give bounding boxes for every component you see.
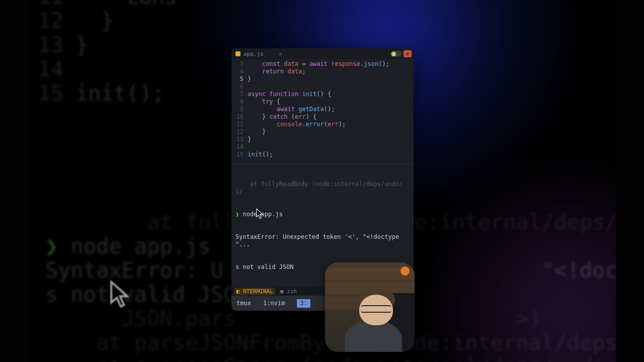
letterbox-right [616, 0, 644, 362]
tmux-window-active[interactable]: 3: [297, 299, 310, 308]
line-number: 4 [233, 68, 248, 75]
code-line[interactable]: 9 await getData(); [233, 106, 410, 113]
code-line[interactable]: 5} [233, 75, 410, 83]
presenter-webcam [325, 262, 415, 352]
line-number: 6 [233, 83, 248, 90]
line-number: 10 [233, 113, 248, 121]
editor-tabbar: app.js × × [231, 48, 414, 59]
code-line[interactable]: 10 } catch (err) { [233, 113, 410, 121]
mode-indicator: ◧ NTERMINAL [234, 288, 275, 295]
prompt-icon: ❯ [235, 211, 239, 218]
code-line[interactable]: 12 } [233, 128, 410, 136]
code-line[interactable]: 15init(); [233, 151, 410, 158]
code-line[interactable]: 8 try { [233, 98, 410, 106]
error-line: SyntaxError: Unexpected token '<', "<!do… [235, 233, 410, 248]
code-editor[interactable]: 3 const data = await response.json();4 r… [231, 59, 414, 161]
code-line[interactable]: 7async function init() { [233, 90, 410, 98]
line-number: 7 [233, 90, 248, 98]
code-line[interactable]: 3 const data = await response.json(); [233, 60, 410, 68]
bg-mouse-cursor-icon [110, 280, 129, 310]
bg-editor-echo: 11 cons12 }13}1415init(); [30, 0, 177, 106]
code-line[interactable]: 13} [233, 136, 410, 143]
code-line[interactable]: 6 [233, 83, 410, 90]
tab-close-icon[interactable]: × [279, 51, 282, 57]
tmux-session-name[interactable]: tmux [236, 300, 251, 307]
line-number: 8 [233, 98, 248, 106]
code-line[interactable]: 14 [233, 143, 410, 151]
window-toggle[interactable] [390, 51, 401, 57]
line-number: 15 [233, 151, 248, 158]
line-number: 13 [233, 136, 248, 143]
tmux-window-1[interactable]: 1:nvim [263, 300, 285, 307]
shell-indicator: ▣ zsh [278, 288, 299, 295]
line-number: 9 [233, 106, 248, 113]
webcam-badge-icon [400, 266, 410, 276]
line-number: 5 [233, 75, 248, 83]
code-line[interactable]: 11 console.error(err); [233, 121, 410, 128]
line-number: 12 [233, 128, 248, 136]
code-line[interactable]: 4 return data; [233, 68, 410, 75]
letterbox-left [0, 0, 28, 362]
line-number: 11 [233, 121, 248, 128]
file-js-icon [235, 51, 240, 56]
window-close-button[interactable]: × [404, 50, 412, 57]
stack-frame: at fullyReadBody (node:internal/deps/und… [235, 180, 410, 196]
line-number: 14 [233, 143, 248, 151]
tab-filename[interactable]: app.js [244, 50, 264, 58]
mouse-cursor-icon [256, 208, 264, 220]
line-number: 3 [233, 60, 248, 68]
